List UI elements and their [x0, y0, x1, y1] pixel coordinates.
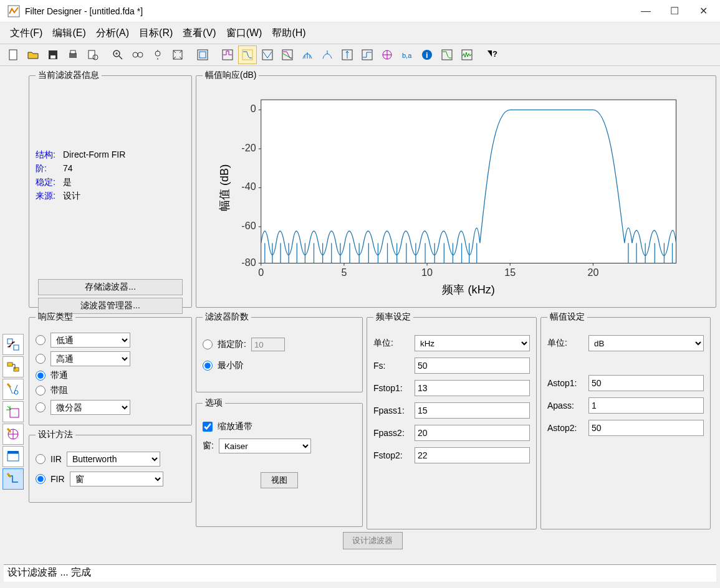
menu-help[interactable]: 帮助(H) [268, 24, 309, 42]
content-area: 当前滤波器信息 结构:Direct-Form FIR 阶:74 稳定:是 来源:… [0, 66, 720, 561]
bandstop-radio[interactable] [36, 386, 46, 396]
iir-radio[interactable] [36, 454, 46, 464]
menu-window[interactable]: 窗口(W) [223, 24, 266, 42]
context-help-icon[interactable]: ? [482, 45, 501, 64]
group-delay-icon[interactable] [298, 45, 317, 64]
svg-text:i: i [426, 50, 428, 60]
statusbar: 设计滤波器 ... 完成 [4, 564, 716, 582]
pole-zero-icon[interactable] [378, 45, 396, 64]
open-icon[interactable] [24, 45, 42, 64]
fpass1-input[interactable] [415, 402, 530, 419]
side-import-icon[interactable] [2, 401, 24, 422]
phase-response-icon[interactable] [258, 45, 277, 64]
full-view-icon[interactable] [193, 45, 212, 64]
minimize-button[interactable]: — [631, 0, 660, 22]
svg-text:-80: -80 [241, 257, 256, 268]
zoom-fit-icon[interactable] [168, 45, 187, 64]
new-icon[interactable] [4, 45, 22, 64]
coefficients-icon[interactable]: b,a [398, 45, 416, 64]
app-icon [7, 5, 20, 17]
side-polezero-icon[interactable] [2, 379, 24, 400]
specify-order-radio[interactable] [203, 339, 213, 349]
noise-icon[interactable] [458, 45, 476, 64]
fs-input[interactable] [415, 358, 530, 374]
magnitude-panel: 幅值设定 单位:dB Astop1: Apass: Astop2: [540, 311, 711, 529]
menu-edit[interactable]: 编辑(E) [49, 24, 89, 42]
magnitude-plot-legend: 幅值响应(dB) [203, 70, 259, 81]
svg-rect-13 [198, 50, 208, 60]
svg-rect-37 [261, 100, 676, 263]
scale-passband-checkbox[interactable] [203, 422, 213, 432]
print-preview-icon[interactable] [84, 45, 102, 64]
svg-rect-14 [199, 52, 206, 58]
svg-rect-29 [14, 345, 19, 350]
svg-rect-33 [10, 409, 19, 417]
min-order-radio[interactable] [203, 361, 213, 371]
apass-label: Apass: [547, 401, 585, 410]
fir-radio[interactable] [36, 474, 46, 484]
svg-rect-6 [89, 50, 95, 59]
view-button[interactable]: 视图 [261, 472, 298, 488]
fir-select[interactable]: 窗 [70, 472, 163, 486]
info-icon[interactable]: i [418, 45, 436, 64]
window-select[interactable]: Kaiser [219, 439, 311, 453]
side-sos-icon[interactable] [2, 334, 24, 355]
zoom-x-icon[interactable] [128, 45, 147, 64]
lowpass-radio[interactable] [36, 335, 46, 345]
menu-target[interactable]: 目标(R) [135, 24, 176, 42]
filter-specs-icon[interactable] [218, 45, 237, 64]
apass-input[interactable] [588, 397, 704, 414]
fpass2-input[interactable] [415, 425, 530, 441]
mag-unit-select[interactable]: dB [588, 335, 704, 351]
zoom-y-icon[interactable] [148, 45, 167, 64]
min-order-label: 最小阶 [218, 360, 244, 371]
store-filter-button[interactable]: 存储滤波器... [38, 279, 183, 295]
save-icon[interactable] [44, 45, 62, 64]
bandstop-label: 带阻 [50, 385, 68, 396]
stable-label: 稳定: [36, 177, 63, 188]
svg-text:10: 10 [421, 267, 433, 278]
side-design-icon[interactable] [2, 468, 24, 490]
bandpass-radio[interactable] [36, 371, 46, 381]
options-panel: 选项 缩放通带 窗:Kaiser 视图 [196, 397, 363, 527]
magnitude-est-icon[interactable] [438, 45, 456, 64]
freq-unit-select[interactable]: kHz [415, 335, 530, 351]
magnitude-response-icon[interactable] [238, 45, 257, 64]
side-quantize-icon[interactable] [2, 446, 24, 467]
xlabel: 频率 (kHz) [442, 283, 494, 296]
diff-select[interactable]: 微分器 [50, 400, 130, 415]
design-filter-button[interactable]: 设计滤波器 [343, 532, 403, 549]
astop1-label: Astop1: [547, 378, 585, 388]
mag-phase-icon[interactable] [278, 45, 297, 64]
response-type-panel: 响应类型 低通 高通 带通 带阻 微分器 [29, 311, 192, 425]
side-multirate-icon[interactable] [2, 424, 24, 445]
menu-file[interactable]: 文件(F) [6, 24, 46, 42]
order-label: 阶: [36, 163, 63, 174]
print-icon[interactable] [64, 45, 82, 64]
svg-text:20: 20 [587, 267, 598, 278]
zoom-in-icon[interactable] [108, 45, 127, 64]
astop1-input[interactable] [588, 375, 704, 391]
fstop1-input[interactable] [415, 380, 530, 396]
highpass-radio[interactable] [36, 354, 46, 364]
step-response-icon[interactable] [358, 45, 377, 64]
design-method-legend: 设计方法 [36, 429, 75, 440]
close-button[interactable]: ✕ [689, 0, 718, 22]
svg-text:0: 0 [258, 267, 264, 278]
diff-radio[interactable] [36, 402, 46, 412]
response-type-legend: 响应类型 [36, 311, 75, 323]
maximize-button[interactable]: ☐ [660, 0, 689, 22]
svg-rect-31 [14, 368, 19, 371]
fstop2-input[interactable] [415, 447, 530, 463]
bandpass-label: 带通 [50, 370, 68, 381]
menu-view[interactable]: 查看(V) [179, 24, 219, 42]
impulse-response-icon[interactable] [338, 45, 357, 64]
astop2-input[interactable] [588, 420, 704, 436]
lowpass-select[interactable]: 低通 [50, 333, 130, 348]
iir-select[interactable]: Butterworth [67, 452, 160, 467]
phase-delay-icon[interactable] [318, 45, 337, 64]
side-realize-icon[interactable] [2, 356, 24, 377]
menu-analyze[interactable]: 分析(A) [92, 24, 133, 42]
fstop2-label: Fstop2: [373, 450, 411, 460]
highpass-select[interactable]: 高通 [50, 351, 130, 366]
